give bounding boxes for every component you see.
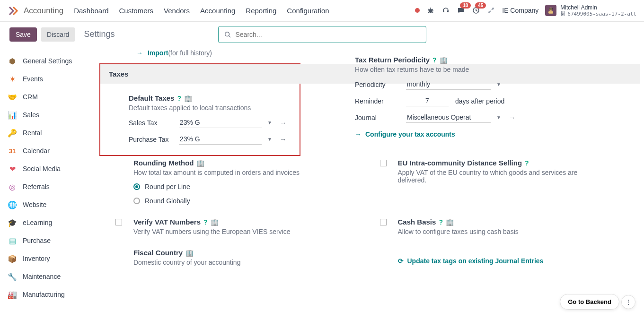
search-box[interactable] xyxy=(218,26,426,43)
caret-down-icon[interactable]: ▼ xyxy=(265,137,274,142)
user-name: Mitchell Admin xyxy=(560,4,636,11)
globe-icon: 🌐 xyxy=(8,200,17,209)
round-globally-radio[interactable]: Round Globally xyxy=(133,197,300,205)
vat-checkbox[interactable] xyxy=(115,219,122,225)
bug-icon[interactable] xyxy=(426,6,435,15)
svg-rect-15 xyxy=(548,11,553,14)
actionbar: Save Discard Settings xyxy=(0,22,644,47)
cog-icon: ⬢ xyxy=(8,56,17,66)
building-icon[interactable]: 🏢 xyxy=(185,249,194,257)
search-input[interactable] xyxy=(236,31,421,38)
help-icon[interactable]: ? xyxy=(203,218,208,226)
chat-badge: 10 xyxy=(460,2,471,9)
round-per-line-radio[interactable]: Round per Line xyxy=(133,183,300,190)
help-icon[interactable]: ? xyxy=(432,56,437,64)
activity-icon[interactable]: 45 xyxy=(472,6,480,15)
headset-icon[interactable] xyxy=(441,6,450,15)
backend-kebab-icon[interactable]: ⋮ xyxy=(621,295,635,309)
nav-dashboard[interactable]: Dashboard xyxy=(74,7,108,15)
user-menu[interactable]: Mitchell Admin 🗄67499005-saas-17-2-all xyxy=(545,4,636,17)
sidebar-item-inventory[interactable]: 📦Inventory xyxy=(0,250,90,268)
company-name[interactable]: IE Company xyxy=(502,7,538,14)
go-to-backend-button[interactable]: Go to Backend xyxy=(560,294,619,310)
vat-desc: Verify VAT numbers using the European VI… xyxy=(133,228,291,235)
sidebar[interactable]: ⬢General Settings ✶Events 🤝CRM 📊Sales 🔑R… xyxy=(0,47,90,320)
sidebar-item-website[interactable]: 🌐Website xyxy=(0,196,90,214)
building-icon[interactable]: 🏢 xyxy=(196,159,204,167)
import-link[interactable]: Import xyxy=(148,49,168,57)
rounding-desc: How total tax amount is computed in orde… xyxy=(133,169,300,176)
sidebar-item-calendar[interactable]: 31Calendar xyxy=(0,142,90,160)
tag-icon: ▤ xyxy=(8,236,17,245)
sidebar-item-crm[interactable]: 🤝CRM xyxy=(0,88,90,106)
purchase-tax-label: Purchase Tax xyxy=(129,136,175,143)
eu-checkbox[interactable] xyxy=(380,160,387,166)
sidebar-item-manufacturing[interactable]: 🏭Manufacturing xyxy=(0,285,90,303)
heart-icon: ❤ xyxy=(8,164,17,173)
reminder-input[interactable] xyxy=(406,95,449,106)
box-icon: 📦 xyxy=(8,254,17,263)
periodicity-desc: How often tax returns have to be made xyxy=(355,66,644,73)
svg-line-7 xyxy=(432,12,433,13)
save-button[interactable]: Save xyxy=(9,27,37,42)
sidebar-item-rental[interactable]: 🔑Rental xyxy=(0,124,90,142)
arrow-icon: → xyxy=(136,49,143,57)
arrow-right-icon[interactable]: → xyxy=(278,119,288,127)
arrow-right-icon[interactable]: → xyxy=(278,136,288,143)
tools-icon[interactable] xyxy=(487,6,495,15)
svg-rect-9 xyxy=(447,10,449,12)
arrow-right-icon[interactable]: → xyxy=(507,114,517,121)
nav-reporting[interactable]: Reporting xyxy=(246,7,276,15)
journal-input[interactable] xyxy=(406,112,491,123)
default-taxes-desc: Default taxes applied to local transacti… xyxy=(129,104,288,112)
sidebar-item-events[interactable]: ✶Events xyxy=(0,70,90,88)
help-icon[interactable]: ? xyxy=(525,159,529,167)
caret-down-icon[interactable]: ▼ xyxy=(265,120,274,125)
sidebar-item-social[interactable]: ❤Social Media xyxy=(0,160,90,178)
fiscal-desc: Domestic country of your accounting xyxy=(133,259,240,266)
app-name[interactable]: Accounting xyxy=(24,6,63,16)
cash-checkbox[interactable] xyxy=(380,219,387,225)
sidebar-item-sales[interactable]: 📊Sales xyxy=(0,106,90,124)
calendar-icon: 31 xyxy=(8,146,17,156)
activity-badge: 45 xyxy=(475,2,486,9)
cash-desc: Allow to configure taxes using cash basi… xyxy=(398,228,519,235)
nav-customers[interactable]: Customers xyxy=(119,7,154,15)
nav-configuration[interactable]: Configuration xyxy=(287,7,329,15)
update-tax-tags-link[interactable]: ⟳ Update tax tags on existing Journal En… xyxy=(398,257,544,265)
chart-icon: 📊 xyxy=(8,110,17,120)
page-title: Settings xyxy=(84,29,115,39)
configure-tax-accounts-link[interactable]: → Configure your tax accounts xyxy=(355,130,644,138)
building-icon[interactable]: 🏢 xyxy=(446,218,454,226)
caret-down-icon[interactable]: ▼ xyxy=(494,115,503,120)
discard-button[interactable]: Discard xyxy=(41,27,75,42)
factory-icon: 🏭 xyxy=(8,290,17,299)
svg-line-18 xyxy=(229,35,230,37)
sidebar-item-general-settings[interactable]: ⬢General Settings xyxy=(0,52,90,70)
sales-tax-input[interactable] xyxy=(179,117,262,128)
nav-menu: Dashboard Customers Vendors Accounting R… xyxy=(74,7,329,15)
status-dot-icon[interactable] xyxy=(415,8,420,13)
eu-title: EU Intra-community Distance Selling xyxy=(398,159,522,167)
settings-content[interactable]: → Import(for full history) Taxes Default… xyxy=(90,47,644,320)
help-icon[interactable]: ? xyxy=(439,218,443,226)
building-icon[interactable]: 🏢 xyxy=(184,95,192,102)
reminder-suffix: days after period xyxy=(455,97,504,105)
building-icon[interactable]: 🏢 xyxy=(440,56,448,64)
nav-vendors[interactable]: Vendors xyxy=(164,7,190,15)
building-icon[interactable]: 🏢 xyxy=(211,218,219,226)
periodicity-input[interactable] xyxy=(406,79,491,90)
sidebar-item-elearning[interactable]: 🎓eLearning xyxy=(0,214,90,232)
app-logo[interactable] xyxy=(8,5,19,17)
sidebar-item-referrals[interactable]: ◎Referrals xyxy=(0,178,90,196)
purchase-tax-input[interactable] xyxy=(179,134,262,145)
vat-title: Verify VAT Numbers xyxy=(133,218,201,226)
sidebar-item-maintenance[interactable]: 🔧Maintenance xyxy=(0,268,90,285)
sidebar-item-purchase[interactable]: ▤Purchase xyxy=(0,232,90,250)
chat-icon[interactable]: 10 xyxy=(457,6,465,15)
default-taxes-title: Default Taxes xyxy=(129,94,174,102)
svg-line-6 xyxy=(428,12,429,13)
nav-accounting[interactable]: Accounting xyxy=(200,7,235,15)
caret-down-icon[interactable]: ▼ xyxy=(494,82,503,87)
help-icon[interactable]: ? xyxy=(177,95,181,102)
